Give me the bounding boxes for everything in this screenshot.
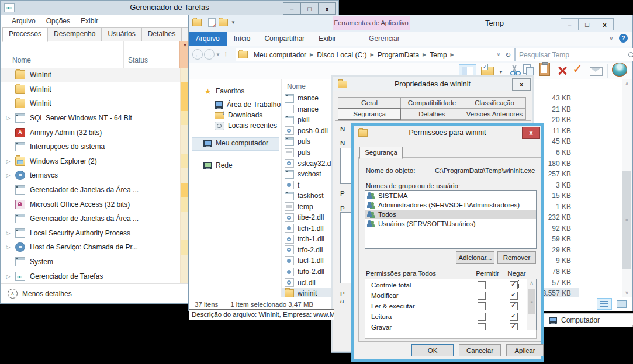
toolbar-dropdown-icon[interactable]: ▼: [499, 70, 503, 75]
nav-network[interactable]: Rede: [203, 161, 233, 169]
confirm-icon[interactable]: ✓: [572, 61, 583, 77]
column-header-name[interactable]: Nome: [287, 82, 306, 91]
maximize-button[interactable]: □: [578, 18, 596, 30]
pane-separator[interactable]: [281, 79, 282, 297]
forward-button[interactable]: →: [204, 49, 215, 60]
process-row[interactable]: ▷ WinInit: [1, 82, 189, 97]
group-user-list[interactable]: SISTEMA Administradores (SERVSOFT\Admini…: [365, 190, 537, 249]
cancel-button[interactable]: Cancelar: [459, 344, 501, 356]
process-row[interactable]: ▷ WinInit: [1, 96, 189, 111]
properties-tab[interactable]: Compatibilidade: [400, 97, 463, 109]
search-input[interactable]: Pesquisar Temp: [515, 48, 633, 61]
breadcrumb-item[interactable]: Disco Local (C:) ▶: [313, 51, 374, 59]
vertical-scrollbar[interactable]: ∧ ≡ ∨: [622, 79, 632, 297]
ribbon-tab[interactable]: Compartilhar: [257, 32, 312, 46]
expand-arrow-icon[interactable]: ▷: [1, 273, 15, 279]
column-separator[interactable]: [123, 41, 124, 68]
properties-tab[interactable]: Detalhes: [400, 108, 463, 120]
task-manager-tab[interactable]: Detalhes: [141, 27, 182, 42]
deny-checkbox[interactable]: [510, 292, 518, 300]
user-row[interactable]: SISTEMA: [365, 191, 536, 200]
breadcrumb-item[interactable]: Temp ▶: [426, 51, 454, 59]
less-details-button[interactable]: Menos detalhes: [22, 290, 72, 298]
history-dropdown-icon[interactable]: ▼: [216, 52, 220, 57]
address-bar[interactable]: Meu computador ▶ Disco Local (C:) ▶ Prog…: [236, 48, 515, 61]
permissions-titlebar[interactable]: Permissões para wininit x: [354, 126, 541, 141]
close-button[interactable]: x: [318, 2, 336, 15]
process-row[interactable]: ▷ termsvcs: [1, 168, 189, 183]
expand-arrow-icon[interactable]: ▷: [1, 230, 15, 236]
help-icon[interactable]: ?: [619, 34, 628, 43]
email-icon[interactable]: [590, 67, 603, 76]
process-row[interactable]: ▷ Gerenciador de Janelas da Área ...: [1, 183, 189, 197]
ribbon-tab[interactable]: Início: [227, 32, 258, 46]
minimize-button[interactable]: –: [283, 2, 301, 15]
properties-tab[interactable]: Segurança: [338, 108, 401, 120]
menu-item[interactable]: Exibir: [75, 15, 103, 27]
task-manager-titlebar[interactable]: Gerenciador de Tarefas – □ x: [1, 1, 338, 15]
process-row[interactable]: ▷ Host de Serviço: Chamada de Pr...: [1, 240, 189, 255]
nav-favorites-child[interactable]: Área de Trabalho: [215, 99, 281, 110]
ribbon-expand-icon[interactable]: ∨: [609, 36, 613, 41]
task-manager-tab[interactable]: Desempenho: [47, 27, 102, 42]
scroll-up-icon[interactable]: ∧: [622, 79, 632, 88]
process-row[interactable]: ▷ Ammyy Admin (32 bits): [1, 125, 189, 140]
explorer-titlebar[interactable]: ▼ Ferramentas de Aplicativo Temp – □ x: [189, 15, 632, 32]
tab-security[interactable]: Segurança: [359, 147, 403, 159]
process-row[interactable]: ▷ SQL Server Windows NT - 64 Bit: [1, 111, 189, 126]
nav-favorites[interactable]: ★ Favoritos: [203, 87, 244, 95]
minimize-button[interactable]: –: [561, 18, 579, 30]
process-row[interactable]: ▷ Microsoft Office Access (32 bits): [1, 197, 189, 212]
expand-arrow-icon[interactable]: ▷: [1, 115, 15, 121]
scroll-down-icon[interactable]: ∨: [622, 289, 632, 297]
nav-computer[interactable]: Meu computador: [203, 139, 268, 147]
expand-arrow-icon[interactable]: ▷: [1, 244, 15, 250]
search-icon[interactable]: [628, 52, 633, 57]
paste-icon[interactable]: [539, 63, 550, 76]
up-button[interactable]: ↑: [224, 49, 228, 58]
task-manager-tab[interactable]: Processos: [2, 27, 48, 42]
qat-dropdown-icon[interactable]: ▼: [231, 20, 236, 25]
maximize-button[interactable]: □: [300, 2, 319, 15]
add-button[interactable]: Adicionar...: [456, 251, 494, 264]
allow-checkbox[interactable]: [478, 313, 486, 321]
user-row[interactable]: Usuários (SERVSOFT\Usuários): [365, 219, 536, 228]
deny-checkbox[interactable]: [510, 313, 518, 321]
properties-tab[interactable]: Geral: [338, 97, 401, 109]
new-folder-icon[interactable]: [219, 19, 228, 26]
ribbon-tab[interactable]: Arquivo: [189, 32, 227, 46]
allow-checkbox[interactable]: [478, 292, 486, 300]
process-row[interactable]: ▷ Gerenciador de Janelas da Área ...: [1, 212, 189, 226]
apply-button[interactable]: Aplicar: [506, 344, 544, 356]
close-button[interactable]: x: [522, 127, 540, 139]
deny-checkbox[interactable]: [510, 302, 518, 310]
scrollbar-thumb[interactable]: ≡: [622, 171, 631, 269]
breadcrumb-item[interactable]: ProgramData ▶: [374, 51, 427, 59]
properties-tab[interactable]: Versões Anteriores: [463, 108, 526, 120]
properties-tab[interactable]: Classificação: [463, 97, 526, 109]
close-button[interactable]: x: [596, 18, 614, 30]
column-header-name[interactable]: Nome: [12, 56, 31, 64]
back-button[interactable]: ←: [192, 49, 203, 60]
properties-titlebar[interactable]: Propriedades de wininit x: [333, 77, 532, 91]
column-header-status[interactable]: Status: [128, 56, 148, 64]
delete-icon[interactable]: [557, 65, 568, 76]
expand-arrow-icon[interactable]: ▷: [1, 172, 15, 178]
scroll-up-icon[interactable]: ∧: [527, 279, 536, 287]
remove-button[interactable]: Remover: [497, 251, 536, 264]
details-view-button[interactable]: [597, 298, 612, 310]
expand-arrow-icon[interactable]: ▷: [1, 158, 15, 164]
thumbnail-view-button[interactable]: [614, 298, 629, 310]
nav-favorites-child[interactable]: Downloads: [215, 110, 281, 120]
process-row[interactable]: ▷ Windows Explorer (2): [1, 154, 189, 169]
deny-checkbox[interactable]: [510, 281, 518, 289]
process-row[interactable]: ▷ Local Security Authority Process: [1, 226, 189, 241]
process-row[interactable]: ▷ Interrupções do sistema: [1, 140, 189, 154]
address-dropdown-icon[interactable]: ∨: [497, 52, 500, 57]
menu-item[interactable]: Opções: [41, 15, 75, 27]
task-manager-tab[interactable]: Usuários: [101, 27, 141, 42]
allow-checkbox[interactable]: [478, 281, 486, 289]
ribbon-tab[interactable]: Exibir: [312, 32, 343, 46]
ok-button[interactable]: OK: [411, 344, 454, 356]
cut-icon[interactable]: [509, 64, 520, 76]
